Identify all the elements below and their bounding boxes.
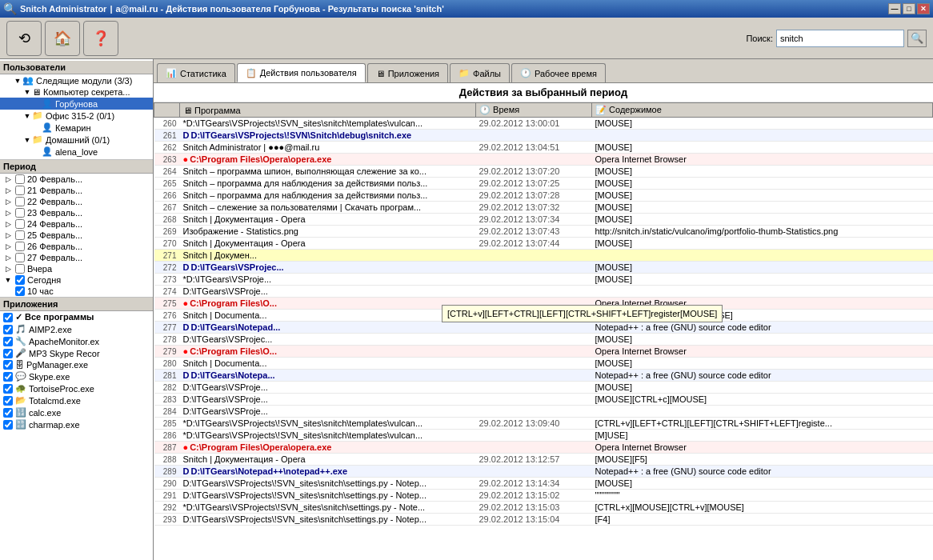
- table-row[interactable]: 263 ●C:\Program Files\Opera\opera.exe Op…: [154, 154, 933, 166]
- row-program[interactable]: Изображение - Statistics.png: [180, 226, 476, 238]
- row-program[interactable]: DD:\ITGears\VSProjec...: [180, 262, 476, 274]
- table-row[interactable]: 273 *D:\ITGears\VSProje... [MOUSE]: [154, 274, 933, 286]
- row-program[interactable]: Snitch | Документация - Opera: [180, 454, 476, 466]
- row-program[interactable]: Snitch – программа шпион, выполняющая сл…: [180, 166, 476, 178]
- tab-files[interactable]: 📁 Файлы: [450, 63, 510, 82]
- row-program[interactable]: ●C:\Program Files\O...: [180, 346, 476, 358]
- app-checkbox[interactable]: [3, 313, 13, 322]
- period-item-today[interactable]: ▼ Сегодня: [0, 274, 153, 286]
- tab-stats[interactable]: 📊 Статистика: [157, 63, 235, 82]
- table-row[interactable]: 290 D:\ITGears\VSProjects\!SVN_sites\sni…: [154, 478, 933, 490]
- row-program[interactable]: D:\ITGears\VSProjec...: [180, 334, 476, 346]
- tree-item-home[interactable]: ▼ 📁 Домашний (0/1): [0, 134, 153, 146]
- table-row[interactable]: 272 DD:\ITGears\VSProjec... [MOUSE]: [154, 262, 933, 274]
- row-program[interactable]: D:\ITGears\VSProje...: [180, 406, 476, 418]
- app-checkbox[interactable]: [3, 420, 13, 430]
- table-row[interactable]: 268 Snitch | Документация - Opera 29.02.…: [154, 214, 933, 226]
- search-button[interactable]: 🔍: [907, 30, 927, 47]
- row-program[interactable]: DD:\ITGears\Notepa...: [180, 370, 476, 382]
- col-header-time[interactable]: 🕐 Время: [476, 103, 592, 118]
- help-button[interactable]: ❓: [83, 21, 118, 56]
- row-program[interactable]: D:\ITGears\VSProjects\!SVN_sites\snitch\…: [180, 490, 476, 502]
- table-row[interactable]: 286 *D:\ITGears\VSProjects\!SVN_sites\sn…: [154, 430, 933, 442]
- row-program[interactable]: *D:\ITGears\VSProjects\!SVN_sites\snitch…: [180, 118, 476, 130]
- app-checkbox[interactable]: [3, 360, 13, 370]
- close-button[interactable]: ✕: [917, 3, 930, 14]
- tab-apps[interactable]: 🖥 Приложения: [367, 63, 448, 82]
- tree-item-alena[interactable]: 👤 alena_love: [0, 146, 153, 158]
- row-program[interactable]: *D:\ITGears\VSProjects\!SVN_sites\snitch…: [180, 418, 476, 430]
- back-button[interactable]: ⟲: [6, 21, 42, 56]
- period-item-25feb[interactable]: ▷ 25 Февраль...: [0, 230, 153, 241]
- tree-item-kemarin[interactable]: 👤 Кемарин: [0, 122, 153, 134]
- row-program[interactable]: D:\ITGears\VSProje...: [180, 394, 476, 406]
- period-item-20feb[interactable]: ▷ 20 Февраль...: [0, 174, 153, 185]
- col-header-content[interactable]: 📝 Содержимое: [592, 103, 933, 118]
- row-program[interactable]: DD:\ITGears\VSProjects\!SVN\Snitch\debug…: [180, 130, 476, 142]
- app-checkbox[interactable]: [3, 325, 13, 334]
- table-row[interactable]: 264 Snitch – программа шпион, выполняюща…: [154, 166, 933, 178]
- app-item-calc[interactable]: 🔢 calc.exe: [0, 406, 153, 418]
- table-row[interactable]: 287 ●C:\Program Files\Opera\opera.exe Op…: [154, 442, 933, 454]
- tree-item-office[interactable]: ▼ 📁 Офис 315-2 (0/1): [0, 110, 153, 122]
- table-row[interactable]: 274 D:\ITGears\VSProje...: [154, 286, 933, 298]
- period-item-26feb[interactable]: ▷ 26 Февраль...: [0, 241, 153, 252]
- row-program[interactable]: D:\ITGears\VSProje...: [180, 382, 476, 394]
- table-row[interactable]: 269 Изображение - Statistics.png 29.02.2…: [154, 226, 933, 238]
- app-item-aimp2[interactable]: 🎵 AIMP2.exe: [0, 323, 153, 335]
- table-row[interactable]: 278 D:\ITGears\VSProjec... [MOUSE]: [154, 334, 933, 346]
- app-checkbox[interactable]: [3, 408, 13, 418]
- tab-worktime[interactable]: 🕐 Рабочее время: [511, 63, 606, 82]
- period-item-yesterday[interactable]: ▷ Вчера: [0, 263, 153, 274]
- table-row[interactable]: 267 Snitch – слежение за пользователями …: [154, 202, 933, 214]
- table-row[interactable]: 280 Snitch | Documenta... [MOUSE]: [154, 358, 933, 370]
- table-row[interactable]: 288 Snitch | Документация - Opera 29.02.…: [154, 454, 933, 466]
- period-checkbox[interactable]: [15, 208, 25, 218]
- app-checkbox[interactable]: [3, 337, 13, 346]
- app-item-tortoise[interactable]: 🐢 TortoiseProc.exe: [0, 382, 153, 394]
- data-table[interactable]: 🖥 Программа 🕐 Время 📝 Содержимое: [154, 102, 933, 560]
- period-checkbox[interactable]: [15, 286, 25, 296]
- table-row[interactable]: 262 Snitch Administrator | ●●●@mail.ru 2…: [154, 142, 933, 154]
- period-checkbox[interactable]: [15, 219, 25, 229]
- period-checkbox[interactable]: [15, 197, 25, 206]
- row-program[interactable]: *D:\ITGears\VSProjects\!SVN_sites\snitch…: [180, 430, 476, 442]
- row-program[interactable]: Snitch – программа для наблюдения за дей…: [180, 178, 476, 190]
- row-program[interactable]: Snitch Administrator | ●●●@mail.ru: [180, 142, 476, 154]
- row-program[interactable]: Snitch | Докумен...: [180, 250, 476, 262]
- period-scroll[interactable]: ▷ 20 Февраль... ▷ 21 Февраль... ▷ 22 Фев…: [0, 174, 153, 297]
- table-row[interactable]: 283 D:\ITGears\VSProje... [MOUSE][CTRL+c…: [154, 394, 933, 406]
- table-row[interactable]: 260 *D:\ITGears\VSProjects\!SVN_sites\sn…: [154, 118, 933, 130]
- period-checkbox[interactable]: [15, 275, 25, 285]
- table-row[interactable]: 265 Snitch – программа для наблюдения за…: [154, 178, 933, 190]
- app-checkbox[interactable]: [3, 372, 13, 382]
- tab-actions[interactable]: 📋 Действия пользователя: [237, 63, 366, 82]
- search-input[interactable]: [776, 30, 904, 47]
- row-program[interactable]: ●C:\Program Files\O...: [180, 298, 476, 310]
- period-checkbox[interactable]: [15, 253, 25, 262]
- table-row[interactable]: 291 D:\ITGears\VSProjects\!SVN_sites\sni…: [154, 490, 933, 502]
- row-program[interactable]: DD:\ITGears\Notepad...: [180, 322, 476, 334]
- row-program[interactable]: ●C:\Program Files\Opera\opera.exe: [180, 154, 476, 166]
- table-row[interactable]: 277 DD:\ITGears\Notepad... Notepad++ : a…: [154, 322, 933, 334]
- row-program[interactable]: Snitch | Документация - Opera: [180, 238, 476, 250]
- row-program[interactable]: D:\ITGears\VSProje...: [180, 286, 476, 298]
- period-item-23feb[interactable]: ▷ 23 Февраль...: [0, 207, 153, 218]
- row-program[interactable]: D:\ITGears\VSProjects\!SVN_sites\snitch\…: [180, 514, 476, 526]
- row-program[interactable]: ●C:\Program Files\Opera\opera.exe: [180, 442, 476, 454]
- period-item-27feb[interactable]: ▷ 27 Февраль...: [0, 252, 153, 263]
- period-item-24feb[interactable]: ▷ 24 Февраль...: [0, 218, 153, 230]
- table-row[interactable]: 293 D:\ITGears\VSProjects\!SVN_sites\sni…: [154, 514, 933, 526]
- table-row[interactable]: 261 DD:\ITGears\VSProjects\!SVN\Snitch\d…: [154, 130, 933, 142]
- row-program[interactable]: Snitch | Documenta...: [180, 358, 476, 370]
- period-checkbox[interactable]: [15, 264, 25, 274]
- row-program[interactable]: Snitch | Documenta...: [180, 310, 476, 322]
- table-row[interactable]: 281 DD:\ITGears\Notepa... Notepad++ : a …: [154, 370, 933, 382]
- row-program[interactable]: D:\ITGears\VSProjects\!SVN_sites\snitch\…: [180, 478, 476, 490]
- app-checkbox[interactable]: [3, 384, 13, 394]
- app-checkbox[interactable]: [3, 396, 13, 406]
- row-program[interactable]: Snitch – слежение за пользователями | Ск…: [180, 202, 476, 214]
- tree-item-computer[interactable]: ▼ 🖥 Компьютер секрета...: [0, 86, 153, 98]
- row-program[interactable]: Snitch | Документация - Opera: [180, 214, 476, 226]
- table-row[interactable]: 270 Snitch | Документация - Opera 29.02.…: [154, 238, 933, 250]
